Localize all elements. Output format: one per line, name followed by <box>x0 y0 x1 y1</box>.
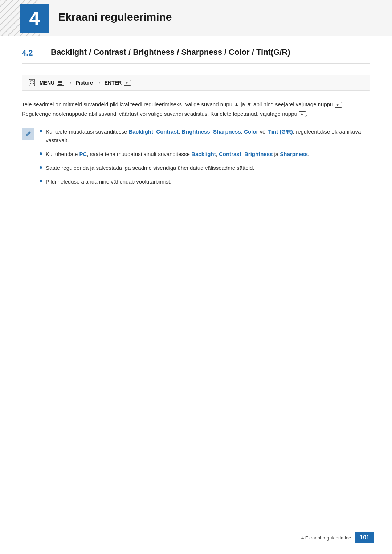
menu-box-icon <box>57 80 64 86</box>
sharpness-label-2: Sharpness <box>280 151 308 157</box>
picture-label: Picture <box>75 80 93 86</box>
svg-point-4 <box>32 83 32 84</box>
section-heading: 4.2 Backlight / Contrast / Brightness / … <box>22 47 370 64</box>
pencil-icon-svg <box>23 129 33 139</box>
header-strip: 4 Ekraani reguleerimine <box>0 0 392 36</box>
remote-icon <box>28 79 36 87</box>
backlight-label-2: Backlight <box>191 151 216 157</box>
arrow-1: → <box>67 80 72 86</box>
arrow-2: → <box>96 80 101 86</box>
note-section: Kui teete muudatusi suvanditesse Backlig… <box>22 127 370 186</box>
bullet-text-1: Kui teete muudatusi suvanditesse Backlig… <box>46 127 370 145</box>
main-content: 4.2 Backlight / Contrast / Brightness / … <box>22 47 370 186</box>
svg-point-5 <box>30 83 31 84</box>
tint-label-1: Tint (G/R) <box>268 128 293 135</box>
menu-label: MENU <box>40 80 54 86</box>
svg-rect-3 <box>30 81 33 82</box>
brightness-label-2: Brightness <box>244 151 273 157</box>
chapter-title: Ekraani reguleerimine <box>58 11 172 23</box>
bullet-item-1: Kui teete muudatusi suvanditesse Backlig… <box>40 127 370 145</box>
footer-page-number: 101 <box>355 532 374 543</box>
section-title: Backlight / Contrast / Brightness / Shar… <box>51 47 290 58</box>
menu-bars <box>58 81 62 85</box>
bar-2 <box>58 82 62 83</box>
enter-label: ENTER <box>105 80 122 86</box>
footer: 4 Ekraani reguleerimine 101 <box>0 532 392 543</box>
section-number: 4.2 <box>22 47 51 58</box>
svg-point-7 <box>32 85 32 85</box>
remote-svg <box>28 79 36 87</box>
note-icon <box>22 128 34 140</box>
bullet-item-2: Kui ühendate PC, saate teha muudatusi ai… <box>40 150 370 159</box>
enter-bracket-icon: ↵ <box>124 80 131 86</box>
sharpness-label-1: Sharpness <box>213 128 241 135</box>
bullet-dot-3 <box>40 166 42 169</box>
bullet-text-2: Kui ühendate PC, saate teha muudatusi ai… <box>46 150 309 159</box>
body-text: Teie seadmel on mitmeid suvandeid pildik… <box>22 100 370 118</box>
backlight-label-1: Backlight <box>128 128 153 135</box>
bullet-dot-2 <box>40 152 42 155</box>
bullet-dot-4 <box>40 180 42 182</box>
bullet-item-4: Pildi heleduse alandamine vähendab voolu… <box>40 177 370 186</box>
menu-path: MENU → Picture → ENTER ↵ <box>22 75 370 91</box>
bullet-text-4: Pildi heleduse alandamine vähendab voolu… <box>46 177 171 186</box>
bullet-text-3: Saate reguleerida ja salvestada iga sead… <box>46 164 254 172</box>
enter-bracket-1: ↵ <box>335 102 342 108</box>
chapter-block: 4 <box>20 4 49 33</box>
bullet-dot-1 <box>40 130 42 132</box>
chapter-number: 4 <box>29 9 40 28</box>
bar-1 <box>58 81 62 82</box>
enter-bracket-2: ↵ <box>299 111 306 117</box>
footer-text: 4 Ekraani reguleerimine <box>301 535 351 541</box>
bullets-list: Kui teete muudatusi suvanditesse Backlig… <box>40 127 370 186</box>
color-label-1: Color <box>244 128 258 135</box>
brightness-label-1: Brightness <box>181 128 210 135</box>
contrast-label-2: Contrast <box>219 151 241 157</box>
bar-3 <box>58 84 62 85</box>
pc-label: PC <box>79 151 87 157</box>
contrast-label-1: Contrast <box>156 128 179 135</box>
svg-point-6 <box>33 83 34 84</box>
enter-arrow-symbol: ↵ <box>126 81 129 85</box>
bullet-item-3: Saate reguleerida ja salvestada iga sead… <box>40 164 370 172</box>
